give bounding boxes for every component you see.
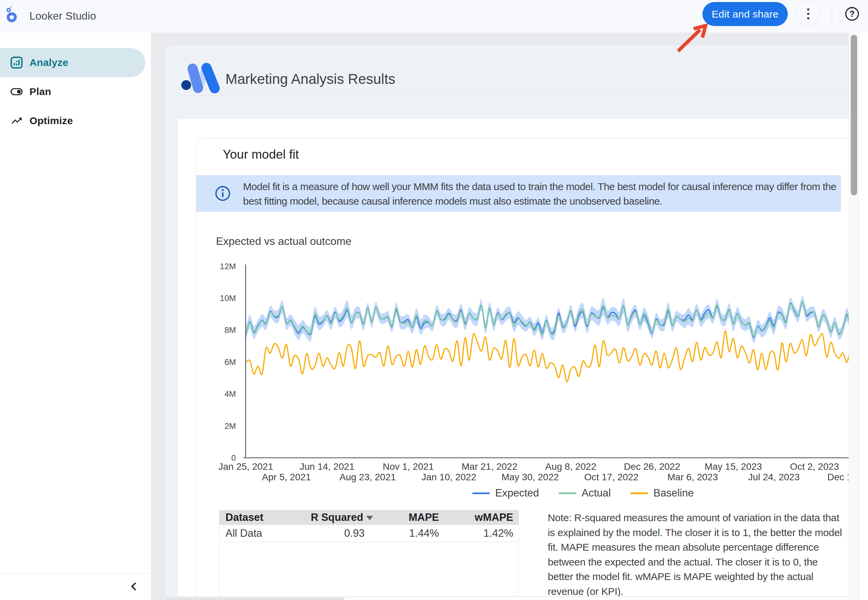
- more-options-button[interactable]: [795, 2, 820, 26]
- model-fit-card-title: Your model fit: [223, 147, 299, 162]
- report-canvas: Your model fit Model fit is a measure of…: [178, 119, 868, 600]
- sidebar-item-plan[interactable]: Plan: [0, 77, 145, 106]
- chevron-left-icon: [128, 581, 140, 592]
- cell-dataset: All Data: [219, 527, 300, 539]
- legend-item-expected: Expected: [472, 487, 539, 499]
- model-fit-note: Note: R-squared measures the amount of v…: [548, 511, 844, 598]
- svg-text:?: ?: [850, 9, 854, 18]
- column-header-wmape[interactable]: wMAPE: [442, 511, 519, 524]
- report-title: Marketing Analysis Results: [225, 71, 395, 87]
- topbar: Looker Studio Edit and share ?: [0, 0, 868, 32]
- model-fit-card: Your model fit Model fit is a measure of…: [196, 138, 868, 600]
- legend-item-actual: Actual: [559, 487, 611, 499]
- looker-studio-logo-icon: [6, 3, 30, 30]
- report-header-divider: [172, 96, 868, 96]
- model-fit-info-banner: Model fit is a measure of how well your …: [196, 175, 841, 212]
- cell-mape: 1.44%: [375, 527, 442, 539]
- app-name: Looker Studio: [29, 10, 96, 22]
- expected-line-swatch: [472, 492, 490, 494]
- horizontal-scrollbar-thumb[interactable]: [165, 597, 345, 600]
- main-content: Marketing Analysis Results Your model fi…: [151, 32, 868, 600]
- sidebar: Analyze Plan Optimize: [0, 32, 151, 600]
- sidebar-item-label: Optimize: [29, 115, 73, 126]
- legend-item-baseline: Baseline: [630, 487, 694, 499]
- more-vert-icon-dot: [807, 17, 809, 20]
- model-fit-table: Dataset R Squared MAPE wMAPE All Data 0.…: [219, 510, 519, 600]
- sidebar-item-label: Analyze: [29, 57, 68, 68]
- meridian-logo: [179, 62, 227, 99]
- toggle-switch-icon: [11, 86, 23, 98]
- sort-desc-icon: [366, 516, 373, 520]
- trending-up-icon: [11, 115, 23, 127]
- sidebar-item-analyze[interactable]: Analyze: [0, 48, 145, 77]
- vertical-scrollbar-thumb[interactable]: [851, 35, 857, 195]
- sidebar-divider: [0, 573, 151, 574]
- horizontal-scrollbar-track[interactable]: [164, 596, 849, 600]
- actual-line-swatch: [559, 492, 576, 494]
- chart-legend: Expected Actual Baseline: [217, 487, 868, 499]
- help-button[interactable]: ?: [844, 6, 860, 22]
- collapse-sidebar-button[interactable]: [122, 575, 146, 598]
- table-header-row: Dataset R Squared MAPE wMAPE: [219, 510, 518, 525]
- table-row: All Data 0.93 1.44% 1.42%: [219, 525, 518, 542]
- help-question-icon: ?: [844, 6, 860, 22]
- analytics-chart-icon: [11, 56, 23, 69]
- edit-and-share-button[interactable]: Edit and share: [702, 2, 788, 26]
- cell-wmape: 1.42%: [442, 527, 518, 539]
- baseline-line-swatch: [630, 492, 648, 494]
- column-header-mape[interactable]: MAPE: [375, 511, 442, 524]
- topbar-divider: [832, 3, 832, 24]
- info-icon: [214, 185, 231, 202]
- sidebar-item-label: Plan: [29, 86, 51, 97]
- cell-r-squared: 0.93: [300, 527, 375, 539]
- column-header-r-squared[interactable]: R Squared: [300, 511, 374, 524]
- window-right-gutter: [859, 32, 868, 600]
- sidebar-item-optimize[interactable]: Optimize: [0, 106, 145, 135]
- vertical-scrollbar-track[interactable]: [849, 32, 859, 600]
- more-vert-icon-dot: [807, 8, 809, 11]
- more-vert-icon-dot: [807, 13, 809, 15]
- info-banner-text: Model fit is a measure of how well your …: [243, 179, 840, 208]
- column-header-dataset[interactable]: Dataset: [219, 511, 300, 524]
- chart-title: Expected vs actual outcome: [216, 235, 351, 248]
- report-page: Marketing Analysis Results Your model fi…: [164, 45, 868, 600]
